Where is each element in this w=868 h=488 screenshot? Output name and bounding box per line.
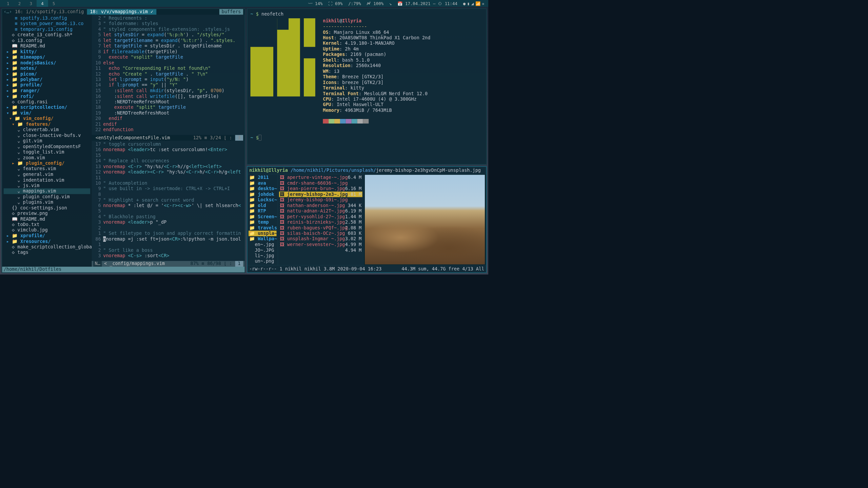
terminal-prompt-idle[interactable]: ~ $ [251,135,483,140]
nerdtree-item[interactable]: ⌄ openStyledComponentsF [4,144,90,149]
vim-split-top[interactable]: 2" Requirements :3" foldername: styles4"… [92,15,245,135]
code-line[interactable]: 6nnoremap * :let @/ = '<c-r><c-w>' \| se… [92,203,245,208]
ranger-parent-item[interactable]: 📁 ava [249,180,277,186]
nerdtree-item[interactable]: ⌄ features.vim [4,166,90,171]
nerdtree-item[interactable]: ⌄ close-inactive-bufs.v [4,133,90,138]
ranger-parent-item[interactable]: 📁 unspla~ [249,231,277,236]
nerdtree-item[interactable]: ▸ 📁 scriptcollection/ [4,105,90,110]
nerdtree-item[interactable]: ▸ 📁 mimeapps/ [4,55,90,60]
ranger-main-column[interactable]: 🖼 aperture-vintage-~.jpg6.4 M🖼 cmdr-shan… [278,174,364,265]
nerdtree-item[interactable]: ◇ preview.png [4,211,90,216]
ranger-parent-item[interactable]: 📁 old [249,203,277,208]
nerdtree-item[interactable]: ▸ 📁 nodejsBasics/ [4,60,90,65]
nerdtree-item[interactable]: ▾ 📁 vim/ [4,110,90,116]
nerdtree-item[interactable]: ⌄ plugin_config.vim [4,194,90,199]
nerdtree-item[interactable]: ≡ temporary.i3.config [4,26,90,32]
nerdtree-item[interactable]: ▾ 📁 vim_config/ [4,116,90,121]
ranger-window[interactable]: nikhil@Illyria /home/nikhil/Pictures/uns… [247,166,487,273]
vim-editor[interactable]: 2" Requirements :3" foldername: styles4"… [92,15,245,267]
nerdtree-item[interactable]: 📖 README.md [4,216,90,222]
code-line[interactable]: 3vnoremap <leader>p "_dP [92,220,245,225]
workspace-2[interactable]: 2 [14,0,25,7]
workspace-3[interactable]: 3 [25,0,37,7]
code-line[interactable]: 10else [92,60,245,65]
code-line[interactable]: 13 let l:prompt = input("y/N: ") [92,77,245,82]
nerdtree-item[interactable]: ▸ 📁 kitty/ [4,49,90,54]
nerdtree-item[interactable]: ⌄ clevertab.vim [4,127,90,133]
nerdtree-item[interactable]: ▾ 📁 features/ [4,121,90,127]
code-line[interactable]: 12 echo "Create " . targetFile . " ?\n" [92,71,245,77]
ranger-parent-item[interactable]: 📁 johdok [249,191,277,197]
ranger-parent-column[interactable]: 📁 2011📁 ava📁 deskto~📁 johdok📁 Locksc~📁 o… [248,174,278,265]
code-line[interactable]: 11 [92,175,245,180]
nerdtree-item[interactable]: {} coc-settings.json [4,205,90,210]
nerdtree-item[interactable]: ▸ 📁 notes/ [4,66,90,71]
nerdtree-item[interactable]: ◇ i3.config [4,38,90,43]
vim-tabline[interactable]: ‹…› 16: i/s/spotify.i3.config 18: v/v/vm… [2,9,245,15]
code-line[interactable]: 12vnoremap <leader><C-r> "hy:%s/<C-r>h/<… [92,169,245,175]
code-line[interactable]: 17 :NERDTreeRefreshRoot [92,99,245,104]
nerdtree-item[interactable]: ⌄ zoom.vim [4,155,90,160]
terminal-window[interactable]: ~ $ neofetch nikhil@Illyria-------------… [247,8,487,165]
code-line[interactable]: 86nnoremap =j :set ft=json<CR>:%!python … [92,236,245,242]
vim-split-bottom[interactable]: 17" toggle cursorcolumn16nnoremap <leade… [92,141,245,261]
ranger-parent-item[interactable]: un~.png [249,259,277,264]
ranger-parent-item[interactable]: li~.jpg [249,253,277,258]
code-line[interactable]: 3" foldername: styles [92,21,245,26]
nerdtree-item[interactable]: ⌄ toggle_list.vim [4,149,90,155]
code-line[interactable]: 21endif [92,121,245,127]
vim-tab-active[interactable]: 18: v/v/vmappings.vim ✓ [87,9,156,15]
code-line[interactable]: 2" Requirements : [92,16,245,21]
nerdtree-item[interactable]: ◇ tags [4,250,90,255]
ranger-parent-item[interactable]: JO~.JPG [249,247,277,253]
code-line[interactable]: 16 :silent call writefile([], targetFile… [92,94,245,99]
ranger-parent-item[interactable]: 📁 travels [249,225,277,230]
nerdtree-item[interactable]: ▸ 📁 polybar/ [4,77,90,82]
ranger-parent-item[interactable]: 📁 deskto~ [249,186,277,191]
code-line[interactable]: 7" Highlight + search current word [92,197,245,203]
code-line[interactable]: 9" use built in -> insertmode: CTRL+X ->… [92,186,245,191]
nerdtree-item[interactable]: ◇ toDo.txt [4,222,90,227]
code-line[interactable]: 11 echo "Corresponding File not found\n" [92,66,245,71]
code-line[interactable]: 3vnoremap <C-s> :sort<CR> [92,253,245,259]
workspace-5[interactable]: 5 [48,0,60,7]
nerdtree-item[interactable]: ⌄ js.vim [4,183,90,188]
nerdtree-item[interactable]: ▾ 📁 rofi/ [4,94,90,99]
ranger-parent-item[interactable]: 📁 RTP [249,208,277,214]
ranger-file-item[interactable]: 🖼 aperture-vintage-~.jpg6.4 M [279,175,362,180]
nerdtree-item[interactable]: ▸ 📁 ranger/ [4,88,90,94]
nerdtree-item[interactable]: ≡ spotify.i3.config [4,16,90,21]
nerdtree-item[interactable]: 📖 README.md [4,43,90,49]
nerdtree-sidebar[interactable]: ≡ spotify.i3.config ≡ system_power_mode.… [2,15,92,267]
code-line[interactable]: 2 [92,225,245,230]
code-line[interactable]: 4" styled components file-extension: .st… [92,26,245,32]
vim-window[interactable]: ‹…› 16: i/s/spotify.i3.config 18: v/v/vm… [2,8,245,273]
ranger-parent-item[interactable]: en~.jpg [249,242,277,247]
code-line[interactable]: 20 endif [92,116,245,121]
code-line[interactable]: 8 [92,192,245,197]
code-line[interactable]: 17" toggle cursorcolumn [92,141,245,147]
code-line[interactable]: 1 [92,242,245,247]
nerdtree-item[interactable]: ⌄ plugins.vim [4,200,90,205]
code-line[interactable]: 15 [92,152,245,158]
code-line[interactable]: 14 if l:prompt == "y" || "Y" [92,82,245,88]
ranger-parent-item[interactable]: 📁 Locksc~ [249,197,277,203]
code-line[interactable]: 19 :NERDTreeRefreshRoot [92,110,245,116]
ranger-parent-item[interactable]: 📁 Screen~ [249,214,277,219]
code-line[interactable]: 16nnoremap <leader>tc :set cursorcolumn!… [92,147,245,152]
code-line[interactable]: 2" Sort like a boss [92,247,245,253]
ranger-parent-item[interactable]: 📁 2011 [249,175,277,180]
nerdtree-item[interactable]: ▸ 📁 xprofile/ [4,233,90,239]
code-line[interactable]: 7let targetFile = stylesDir . targetFile… [92,43,245,49]
code-line[interactable]: 22endfunction [92,127,245,133]
code-line[interactable]: 10" Autocompletion [92,181,245,186]
nerdtree-item[interactable]: ⌄ general.vim [4,171,90,177]
nerdtree-item[interactable]: ⌄ git.vim [4,138,90,144]
ranger-parent-item[interactable]: 📁 Wallpa~ [249,236,277,242]
vim-tab-inactive[interactable]: 16: i/s/spotify.i3.config [12,9,87,15]
nerdtree-item[interactable]: ▸ 📁 picom/ [4,71,90,77]
nerdtree-item[interactable]: ◇ make_scriptcollection_globa [4,244,90,250]
code-line[interactable]: 14" Replace all occurences [92,158,245,164]
nerdtree-item[interactable]: ◇ config.rasi [4,99,90,104]
workspace-4[interactable]: 4 [37,0,48,7]
